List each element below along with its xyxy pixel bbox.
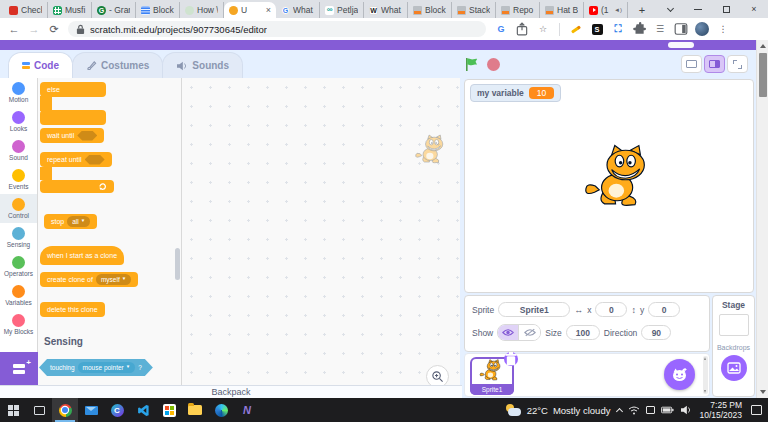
tab-code[interactable]: Code	[8, 52, 73, 78]
fullscreen-extension-icon[interactable]: ⛶	[611, 22, 625, 36]
tab-costumes[interactable]: Costumes	[72, 52, 163, 78]
grammarly-extension-icon[interactable]	[569, 22, 583, 36]
extensions-puzzle-icon[interactable]	[632, 22, 646, 36]
taskbar-chrome-button[interactable]	[52, 398, 78, 422]
forward-button[interactable]: →	[26, 21, 42, 37]
browser-tab[interactable]: How \	[180, 2, 224, 18]
url-text[interactable]: scratch.mit.edu/projects/907730645/edito…	[90, 24, 267, 35]
palette-block-wait-until[interactable]: wait until	[40, 128, 104, 143]
boolean-slot[interactable]	[85, 155, 105, 165]
scrollbar-down-icon[interactable]	[760, 390, 766, 394]
google-search-icon[interactable]: G	[494, 22, 508, 36]
category-control[interactable]: Control	[0, 194, 37, 223]
stop-dropdown[interactable]: all▼	[67, 216, 90, 227]
sprite-list-scrollbar[interactable]	[703, 356, 708, 394]
y-input[interactable]: 0	[648, 302, 680, 317]
tab-close-icon[interactable]: ×	[266, 5, 271, 15]
notification-center-icon[interactable]	[751, 405, 762, 415]
palette-block-delete-clone[interactable]: delete this clone	[40, 302, 105, 317]
window-minimize-button[interactable]	[684, 0, 712, 18]
scrollbar-up-icon[interactable]	[760, 44, 766, 48]
taskbar-explorer-button[interactable]	[182, 398, 208, 422]
stop-icon[interactable]	[487, 58, 500, 71]
category-operators[interactable]: Operators	[0, 252, 37, 281]
battery-icon[interactable]	[661, 406, 674, 414]
size-input[interactable]: 100	[566, 325, 600, 340]
variable-monitor[interactable]: my variable 10	[470, 84, 561, 102]
stage[interactable]: my variable 10	[464, 79, 754, 293]
boolean-slot[interactable]	[77, 131, 97, 141]
reload-button[interactable]: ⟳	[46, 21, 62, 37]
chrome-menu-icon[interactable]: ⋮	[716, 22, 730, 36]
palette-block-if-else[interactable]: else	[40, 82, 106, 97]
browser-tab[interactable]: ∞Petlja	[320, 2, 364, 18]
taskbar-mail-button[interactable]	[78, 398, 104, 422]
add-extension-button[interactable]	[0, 352, 38, 385]
hidden-icons-chevron[interactable]	[616, 408, 623, 415]
side-panel-icon[interactable]	[674, 22, 688, 36]
tray-app-icon[interactable]	[646, 406, 655, 414]
show-button[interactable]	[498, 325, 519, 340]
s-extension-icon[interactable]: S	[590, 22, 604, 36]
taskbar-vscode-button[interactable]	[130, 398, 156, 422]
taskbar-store-button[interactable]	[156, 398, 182, 422]
browser-tab[interactable]: Hat B	[540, 2, 584, 18]
x-input[interactable]: 0	[595, 302, 627, 317]
palette-block-create-clone[interactable]: create clone ofmyself▼	[40, 272, 138, 287]
browser-tab[interactable]: GWhat	[276, 2, 320, 18]
large-stage-button[interactable]	[704, 55, 725, 73]
code-canvas[interactable]: =	[182, 78, 460, 385]
browser-tab[interactable]: Block	[408, 2, 452, 18]
fullscreen-button[interactable]	[727, 55, 748, 73]
category-my-blocks[interactable]: My Blocks	[0, 310, 37, 339]
palette-block-repeat-until[interactable]: repeat until	[40, 152, 112, 167]
reading-list-icon[interactable]: ☰	[653, 22, 667, 36]
palette-block-stop[interactable]: stopall▼	[44, 214, 97, 229]
browser-tab[interactable]: Check	[4, 2, 48, 18]
category-sound[interactable]: Sound	[0, 136, 37, 165]
new-tab-button[interactable]: +	[634, 2, 650, 18]
tab-search-chevron-icon[interactable]	[656, 0, 684, 18]
window-maximize-button[interactable]	[712, 0, 740, 18]
hide-button[interactable]	[519, 325, 540, 340]
scrollbar-thumb[interactable]	[759, 53, 767, 97]
direction-input[interactable]: 90	[641, 325, 671, 340]
touching-dropdown[interactable]: mouse pointer▼	[78, 362, 136, 373]
browser-tab-active-scratch[interactable]: U×	[224, 2, 276, 18]
bookmark-star-icon[interactable]: ☆	[536, 22, 550, 36]
share-icon[interactable]	[515, 22, 529, 36]
window-close-button[interactable]: ×	[740, 0, 768, 18]
add-sprite-button[interactable]	[664, 359, 695, 390]
green-flag-icon[interactable]	[464, 57, 479, 72]
task-view-button[interactable]	[26, 398, 52, 422]
backpack-bar[interactable]: Backpack	[0, 385, 462, 398]
start-button[interactable]	[0, 398, 26, 422]
taskbar-edge-button[interactable]	[208, 398, 234, 422]
category-events[interactable]: Events	[0, 165, 37, 194]
sprite-card-sprite1[interactable]: Sprite1	[470, 357, 514, 395]
taskbar-clock[interactable]: 7:25 PM 10/15/2023	[699, 400, 742, 420]
wifi-icon[interactable]	[628, 406, 640, 415]
stage-selector-panel[interactable]: Stage Backdrops	[712, 295, 755, 397]
browser-tab[interactable]: Block	[136, 2, 180, 18]
volume-icon[interactable]	[680, 405, 692, 415]
sprite-on-stage[interactable]	[582, 144, 660, 214]
back-button[interactable]: ←	[6, 21, 22, 37]
weather-widget[interactable]: 22°CMostly cloudy	[505, 404, 611, 417]
palette-block-touching[interactable]: touchingmouse pointer▼?	[39, 359, 153, 376]
browser-tab-youtube[interactable]: (1◄)	[584, 2, 628, 18]
tab-sounds[interactable]: Sounds	[162, 52, 243, 78]
category-looks[interactable]: Looks	[0, 107, 37, 136]
browser-tab[interactable]: G- Gran	[92, 2, 136, 18]
category-variables[interactable]: Variables	[0, 281, 37, 310]
category-sensing[interactable]: Sensing	[0, 223, 37, 252]
sprite-name-input[interactable]: Sprite1	[498, 302, 570, 317]
page-scrollbar[interactable]	[756, 40, 768, 398]
taskbar-canva-button[interactable]: C	[104, 398, 130, 422]
add-backdrop-button[interactable]	[721, 355, 747, 381]
browser-tab[interactable]: Stack	[452, 2, 496, 18]
delete-sprite-button[interactable]	[504, 352, 518, 366]
browser-tab[interactable]: Musfi	[48, 2, 92, 18]
small-stage-button[interactable]	[681, 55, 702, 73]
profile-avatar[interactable]	[695, 22, 709, 36]
